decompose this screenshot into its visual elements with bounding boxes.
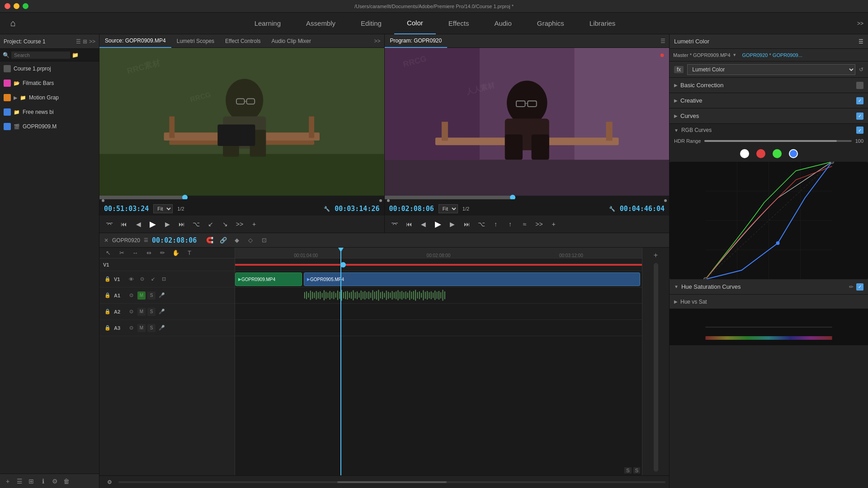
source-wrench-icon[interactable]: 🔧 bbox=[324, 206, 330, 212]
lumetri-menu-icon[interactable]: ☰ bbox=[859, 38, 863, 45]
hdr-range-slider[interactable] bbox=[704, 140, 851, 142]
grid-view-icon[interactable]: ⊞ bbox=[83, 38, 87, 45]
tab-graphics[interactable]: Graphics bbox=[524, 13, 577, 34]
timeline-scroll-bar[interactable] bbox=[118, 481, 665, 483]
window-controls[interactable] bbox=[5, 3, 28, 9]
track-targets-icon[interactable]: ⊡ bbox=[258, 235, 270, 246]
prog-mark-out-icon[interactable]: ⌥ bbox=[475, 218, 488, 230]
rgb-curves-collapse-icon[interactable]: ▼ bbox=[674, 128, 679, 133]
channel-white-dot[interactable] bbox=[740, 149, 749, 158]
prog-extract-icon[interactable]: ↑ bbox=[504, 218, 517, 230]
prog-fwd-frame-icon[interactable]: ▶ bbox=[446, 218, 459, 230]
source-tab-scopes[interactable]: Lumetri Scopes bbox=[171, 34, 220, 48]
track-v1-lock-icon[interactable]: 🔒 bbox=[103, 275, 112, 284]
grid-icon[interactable]: ⊞ bbox=[26, 476, 36, 486]
track-a1-mic-icon[interactable]: 🎤 bbox=[157, 291, 166, 300]
source-export-icon[interactable]: >> bbox=[233, 218, 246, 230]
track-a1-mute-button[interactable]: M bbox=[137, 291, 146, 300]
program-tab-main[interactable]: Program: GOPR0920 bbox=[385, 34, 448, 48]
source-back-frame-icon[interactable]: ◀ bbox=[132, 218, 145, 230]
panel-expand-icon[interactable]: >> bbox=[370, 38, 384, 44]
track-v1-eye-icon[interactable]: 👁 bbox=[127, 275, 136, 284]
project-item-filmatic[interactable]: 📂 Filmatic Bars bbox=[0, 76, 99, 90]
project-item-motiongrap[interactable]: ▶ 📁 Motion Grap bbox=[0, 90, 99, 105]
track-a1-rec-icon[interactable]: ⊙ bbox=[127, 291, 136, 300]
curves-graph[interactable] bbox=[670, 162, 868, 279]
source-fwd-frame-icon[interactable]: ▶ bbox=[161, 218, 174, 230]
basic-correction-section-header[interactable]: ▶ Basic Correction bbox=[670, 78, 868, 93]
source-fit-dropdown[interactable]: Fit bbox=[153, 204, 173, 213]
prog-export-icon[interactable]: >> bbox=[533, 218, 546, 230]
source-play-button[interactable]: ▶ bbox=[146, 218, 159, 230]
minimize-button[interactable] bbox=[14, 3, 19, 9]
program-fit-dropdown[interactable]: Fit bbox=[439, 204, 458, 213]
source-mark-out-icon[interactable]: ⌥ bbox=[190, 218, 203, 230]
track-a2-lock-icon[interactable]: 🔒 bbox=[103, 307, 112, 316]
hue-sat-checkbox[interactable]: ✓ bbox=[856, 283, 863, 291]
source-add-icon[interactable]: + bbox=[248, 218, 260, 230]
track-a3-solo-button[interactable]: S bbox=[147, 324, 156, 332]
track-a1-lock-icon[interactable]: 🔒 bbox=[103, 291, 112, 300]
tab-editing[interactable]: Editing bbox=[348, 13, 394, 34]
linked-icon[interactable]: 🔗 bbox=[217, 235, 229, 246]
source-tab-source[interactable]: Source: GOPR0909.MP4 bbox=[99, 34, 171, 48]
marker-icon[interactable]: ◆ bbox=[231, 235, 243, 246]
info-icon[interactable]: ℹ bbox=[38, 476, 48, 486]
fx-effect-dropdown[interactable]: Lumetri Color bbox=[687, 64, 855, 75]
new-project-icon[interactable]: + bbox=[3, 476, 13, 486]
close-button[interactable] bbox=[5, 3, 10, 9]
track-a2-solo-button[interactable]: S bbox=[147, 308, 156, 316]
track-v1-insert-icon[interactable]: ↙ bbox=[148, 275, 157, 284]
hue-sat-section-header[interactable]: ▼ Hue Saturation Curves ✏ ✓ bbox=[670, 279, 868, 295]
source-overwrite-icon[interactable]: ↘ bbox=[219, 218, 231, 230]
hand-tool-icon[interactable]: ✋ bbox=[170, 247, 182, 259]
prog-match-icon[interactable]: ≈ bbox=[519, 218, 531, 230]
track-v1-target-icon[interactable]: ⊡ bbox=[159, 275, 168, 284]
tab-learning[interactable]: Learning bbox=[242, 13, 293, 34]
settings-icon[interactable]: ⚙ bbox=[50, 476, 60, 486]
track-a3-lock-icon[interactable]: 🔒 bbox=[103, 324, 112, 333]
pen-tool-icon[interactable]: ✏ bbox=[156, 247, 168, 259]
search-input[interactable] bbox=[11, 52, 70, 59]
rgb-curves-checkbox[interactable]: ✓ bbox=[856, 127, 863, 134]
project-item-gopr0909[interactable]: 🎬 GOPR0909.M bbox=[0, 119, 99, 134]
clip-gopr0905[interactable]: ▶ GOPR0905.MP4 bbox=[304, 272, 640, 286]
source-step-fwd-icon[interactable]: ⏭ bbox=[175, 218, 188, 230]
nav-expand-button[interactable]: >> bbox=[857, 20, 863, 27]
prog-step-back-icon[interactable]: ⏮ bbox=[403, 218, 415, 230]
prog-lift-icon[interactable]: ↑ bbox=[490, 218, 502, 230]
source-tab-effects[interactable]: Effect Controls bbox=[220, 34, 266, 48]
prog-step-fwd-icon[interactable]: ⏭ bbox=[461, 218, 473, 230]
track-v1-rec-icon[interactable]: ⊙ bbox=[137, 275, 146, 284]
track-a2-rec-icon[interactable]: ⊙ bbox=[127, 307, 136, 316]
tab-libraries[interactable]: Libraries bbox=[577, 13, 628, 34]
program-panel-expand-icon[interactable]: ☰ bbox=[657, 38, 669, 44]
channel-red-dot[interactable] bbox=[756, 149, 765, 158]
fx-reset-icon[interactable]: ↺ bbox=[859, 66, 863, 73]
tab-effects[interactable]: Effects bbox=[436, 13, 482, 34]
track-a3-mute-button[interactable]: M bbox=[137, 324, 146, 332]
source-tab-audio[interactable]: Audio Clip Mixer bbox=[266, 34, 316, 48]
program-scrubbar[interactable] bbox=[385, 196, 670, 199]
curves-checkbox[interactable]: ✓ bbox=[856, 113, 863, 120]
clip-dropdown-icon[interactable]: ▾ bbox=[733, 52, 736, 58]
channel-green-dot[interactable] bbox=[773, 149, 782, 158]
prog-play-button[interactable]: ▶ bbox=[432, 218, 444, 230]
slip-tool-icon[interactable]: ↔ bbox=[129, 247, 141, 259]
creative-section-header[interactable]: ▶ Creative ✓ bbox=[670, 93, 868, 108]
track-a2-mic-icon[interactable]: 🎤 bbox=[157, 307, 166, 316]
tab-assembly[interactable]: Assembly bbox=[293, 13, 348, 34]
timeline-scroll-thumb[interactable] bbox=[337, 481, 447, 483]
hue-vs-sat-graph[interactable] bbox=[670, 309, 868, 345]
new-bin-icon[interactable]: 📁 bbox=[72, 52, 79, 58]
list-icon[interactable]: ☰ bbox=[14, 476, 24, 486]
timeline-menu-icon[interactable]: ☰ bbox=[144, 237, 148, 243]
razor-tool-icon[interactable]: ✂ bbox=[116, 247, 127, 259]
hue-sat-edit-icon[interactable]: ✏ bbox=[849, 284, 854, 290]
prog-back-frame-icon[interactable]: ◀ bbox=[417, 218, 430, 230]
timeline-settings-icon[interactable]: ⚙ bbox=[103, 476, 116, 488]
source-mark-in-icon[interactable]: ⌤ bbox=[103, 218, 116, 230]
tab-color[interactable]: Color bbox=[394, 13, 436, 34]
home-button[interactable]: ⌂ bbox=[5, 15, 22, 32]
zoom-slider[interactable] bbox=[654, 263, 658, 472]
